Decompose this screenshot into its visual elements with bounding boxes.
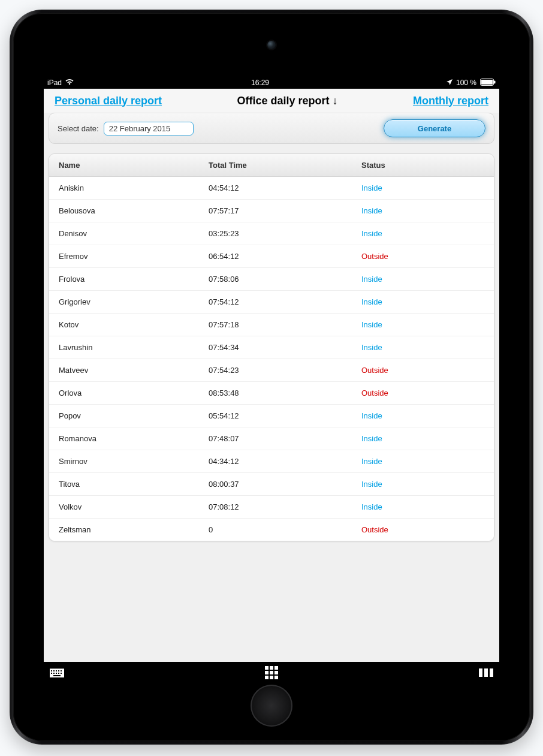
table-row[interactable]: Kotov07:57:18Inside (49, 314, 494, 336)
header-name[interactable]: Name (59, 161, 209, 170)
svg-rect-2 (494, 80, 496, 83)
table-header: Name Total Time Status (49, 154, 494, 177)
cell-total-time: 04:34:12 (209, 457, 361, 466)
cell-status: Inside (361, 229, 484, 238)
page-title[interactable]: Office daily report ↓ (237, 95, 338, 107)
table-row[interactable]: Matveev07:54:23Outside (49, 359, 494, 382)
table-body: Aniskin04:54:12InsideBelousova07:57:17In… (49, 177, 494, 541)
cell-name: Frolova (59, 275, 209, 284)
cell-total-time: 07:54:34 (209, 343, 361, 352)
ipad-frame-inner: iPad 16:29 100 % Personal d (13, 13, 530, 741)
battery-icon (480, 79, 496, 88)
table-row[interactable]: Efremov06:54:12Outside (49, 245, 494, 268)
cell-status: Inside (361, 320, 484, 329)
cell-total-time: 04:54:12 (209, 183, 361, 192)
header-status[interactable]: Status (361, 161, 484, 170)
select-date-label: Select date: (58, 124, 99, 133)
columns-view-icon[interactable] (479, 668, 493, 677)
svg-rect-4 (50, 668, 64, 669)
cell-name: Belousova (59, 206, 209, 215)
cell-status: Inside (361, 434, 484, 443)
tab-monthly-report[interactable]: Monthly report (413, 95, 488, 107)
cell-total-time: 07:54:23 (209, 366, 361, 375)
cell-name: Smirnov (59, 457, 209, 466)
table-row[interactable]: Aniskin04:54:12Inside (49, 177, 494, 200)
cell-status: Inside (361, 411, 484, 420)
cell-name: Denisov (59, 229, 209, 238)
grid-view-icon[interactable] (265, 666, 278, 679)
svg-rect-11 (53, 673, 55, 674)
svg-rect-9 (61, 670, 62, 671)
location-icon (447, 79, 452, 87)
table-row[interactable]: Titova08:00:37Inside (49, 473, 494, 496)
tab-personal-daily-report[interactable]: Personal daily report (55, 95, 162, 107)
cell-name: Efremov (59, 252, 209, 261)
cell-name: Romanova (59, 434, 209, 443)
cell-total-time: 08:00:37 (209, 480, 361, 489)
header-total-time[interactable]: Total Time (209, 161, 361, 170)
cell-total-time: 07:48:07 (209, 434, 361, 443)
cell-name: Orlova (59, 388, 209, 397)
screen: iPad 16:29 100 % Personal d (44, 77, 499, 683)
cell-name: Matveev (59, 366, 209, 375)
cell-name: Aniskin (59, 183, 209, 192)
cell-total-time: 07:08:12 (209, 502, 361, 511)
cell-status: Inside (361, 480, 484, 489)
cell-total-time: 06:54:12 (209, 252, 361, 261)
filter-toolbar: Select date: Generate (49, 113, 494, 144)
svg-rect-1 (481, 80, 493, 85)
table-row[interactable]: Orlova08:53:48Outside (49, 382, 494, 405)
cell-status: Inside (361, 183, 484, 192)
cell-total-time: 03:25:23 (209, 229, 361, 238)
svg-rect-12 (56, 673, 57, 674)
table-row[interactable]: Lavrushin07:54:34Inside (49, 336, 494, 359)
app-bottom-bar (44, 662, 499, 683)
wifi-icon (65, 79, 74, 87)
cell-status: Inside (361, 502, 484, 511)
table-row[interactable]: Denisov03:25:23Inside (49, 222, 494, 245)
status-left: iPad (47, 79, 74, 87)
table-row[interactable]: Popov05:54:12Inside (49, 405, 494, 427)
table-row[interactable]: Belousova07:57:17Inside (49, 200, 494, 222)
table-row[interactable]: Smirnov04:34:12Inside (49, 450, 494, 473)
battery-text: 100 % (456, 79, 476, 87)
generate-button[interactable]: Generate (384, 119, 485, 137)
cell-name: Titova (59, 480, 209, 489)
cell-status: Inside (361, 343, 484, 352)
date-input[interactable] (104, 122, 194, 135)
table-row[interactable]: Romanova07:48:07Inside (49, 427, 494, 450)
svg-rect-15 (53, 675, 61, 676)
top-nav: Personal daily report Office daily repor… (44, 89, 499, 113)
svg-rect-10 (51, 673, 52, 674)
table-row[interactable]: Volkov07:08:12Inside (49, 496, 494, 519)
svg-rect-7 (56, 670, 57, 671)
cell-status: Outside (361, 252, 484, 261)
status-right: 100 % (447, 79, 496, 88)
cell-total-time: 07:57:18 (209, 320, 361, 329)
cell-status: Inside (361, 297, 484, 306)
cell-name: Lavrushin (59, 343, 209, 352)
cell-total-time: 0 (209, 525, 361, 534)
camera-icon (267, 41, 276, 49)
cell-status: Inside (361, 206, 484, 215)
svg-rect-6 (53, 670, 55, 671)
cell-name: Grigoriev (59, 297, 209, 306)
cell-total-time: 07:58:06 (209, 275, 361, 284)
cell-name: Popov (59, 411, 209, 420)
cell-name: Zeltsman (59, 525, 209, 534)
home-button[interactable] (251, 685, 292, 727)
device-label: iPad (47, 79, 62, 87)
cell-status: Outside (361, 388, 484, 397)
cell-total-time: 07:54:12 (209, 297, 361, 306)
keyboard-icon[interactable] (50, 668, 64, 677)
cell-total-time: 05:54:12 (209, 411, 361, 420)
svg-rect-13 (58, 673, 59, 674)
cell-name: Volkov (59, 502, 209, 511)
table-row[interactable]: Zeltsman0Outside (49, 519, 494, 541)
svg-rect-8 (58, 670, 59, 671)
table-row[interactable]: Frolova07:58:06Inside (49, 268, 494, 291)
cell-status: Outside (361, 525, 484, 534)
cell-status: Outside (361, 366, 484, 375)
table-row[interactable]: Grigoriev07:54:12Inside (49, 291, 494, 314)
svg-rect-5 (51, 670, 52, 671)
